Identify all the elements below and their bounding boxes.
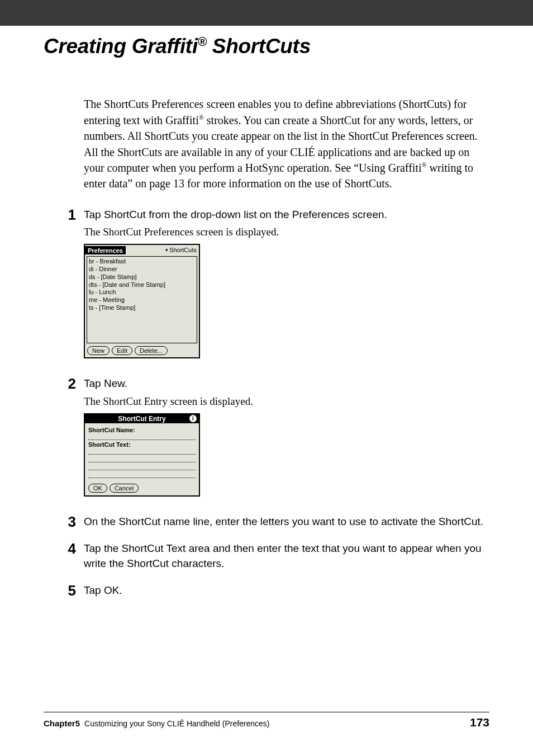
step-number: 3: [57, 514, 76, 530]
edit-button[interactable]: Edit: [112, 346, 132, 355]
step-instruction: Tap ShortCut from the drop-down list on …: [84, 207, 488, 222]
list-item[interactable]: br - Breakfast: [89, 258, 195, 266]
chapter-label: Chapter5: [44, 719, 80, 728]
palm-header: Preferences ShortCuts: [85, 245, 199, 255]
step-4: 4 Tap the ShortCut Text area and then en…: [84, 541, 488, 573]
list-item[interactable]: lu - Lunch: [89, 289, 195, 296]
chapter-text: Customizing your Sony CLIÉ Handheld (Pre…: [84, 719, 270, 728]
intro-paragraph: The ShortCuts Preferences screen enables…: [84, 96, 488, 191]
title-block: Creating Graffiti® ShortCuts: [0, 27, 533, 58]
palm-button-row: New Edit Delete...: [85, 344, 199, 357]
delete-button[interactable]: Delete...: [135, 346, 168, 355]
shortcut-entry-screenshot: ShortCut Entry i ShortCut Name: ShortCut…: [84, 413, 200, 497]
dialog-button-row: OK Cancel: [85, 481, 199, 495]
dialog-title-bar: ShortCut Entry i: [85, 414, 199, 423]
list-item[interactable]: ds - [Date Stamp]: [89, 273, 195, 281]
ok-button[interactable]: OK: [88, 484, 107, 493]
page-number: 173: [470, 716, 489, 729]
step-3: 3 On the ShortCut name line, enter the l…: [84, 514, 488, 531]
step-subtext: The ShortCut Entry screen is displayed.: [84, 394, 488, 409]
step-5: 5 Tap OK.: [84, 583, 488, 600]
step-2: 2 Tap New. The ShortCut Entry screen is …: [84, 376, 488, 504]
step-instruction: Tap the ShortCut Text area and then ente…: [84, 541, 488, 570]
step-1: 1 Tap ShortCut from the drop-down list o…: [84, 207, 488, 367]
dialog-title: ShortCut Entry: [118, 415, 165, 423]
shortcut-text-input[interactable]: [88, 456, 196, 462]
list-item[interactable]: ts - [Time Stamp]: [89, 304, 195, 312]
new-button[interactable]: New: [87, 346, 110, 355]
preferences-screenshot: Preferences ShortCuts br - Breakfast di …: [84, 244, 200, 358]
list-item[interactable]: dts - [Date and Time Stamp]: [89, 281, 195, 289]
step-number: 2: [57, 376, 76, 391]
step-number: 1: [57, 207, 76, 223]
step-number: 4: [57, 541, 76, 556]
shortcut-text-label: ShortCut Text:: [88, 441, 196, 448]
content-area: The ShortCuts Preferences screen enables…: [0, 58, 533, 600]
page-title: Creating Graffiti® ShortCuts: [44, 35, 533, 58]
shortcut-text-input[interactable]: [88, 471, 196, 478]
top-header-bar: [0, 0, 533, 27]
shortcut-name-label: ShortCut Name:: [88, 427, 196, 433]
step-instruction: Tap New.: [84, 376, 488, 391]
list-item[interactable]: di - Dinner: [89, 266, 195, 273]
shortcut-list[interactable]: br - Breakfast di - Dinner ds - [Date St…: [87, 256, 197, 343]
shortcut-text-input[interactable]: [88, 464, 196, 470]
info-icon[interactable]: i: [189, 415, 197, 422]
shortcut-text-input[interactable]: [88, 448, 196, 455]
step-instruction: On the ShortCut name line, enter the let…: [84, 514, 488, 529]
palm-app-title: Preferences: [85, 246, 126, 254]
step-subtext: The ShortCut Preferences screen is displ…: [84, 224, 488, 240]
page-footer: Chapter5 Customizing your Sony CLIÉ Hand…: [44, 712, 489, 729]
shortcut-name-input[interactable]: [88, 433, 196, 440]
step-number: 5: [57, 583, 76, 598]
page: Creating Graffiti® ShortCuts The ShortCu…: [0, 0, 533, 756]
step-instruction: Tap OK.: [84, 583, 488, 598]
list-item[interactable]: me - Meeting: [89, 296, 195, 304]
palm-dropdown[interactable]: ShortCuts: [165, 247, 199, 253]
cancel-button[interactable]: Cancel: [110, 484, 139, 493]
